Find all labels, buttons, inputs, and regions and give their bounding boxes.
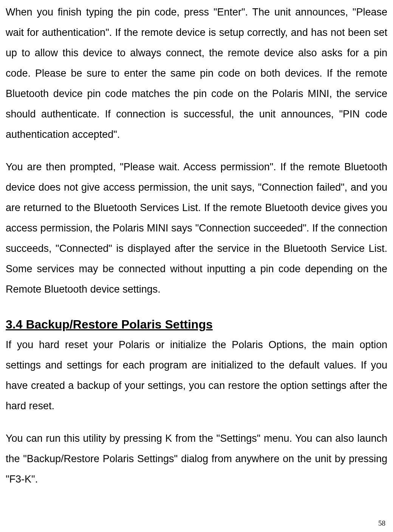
document-content: When you finish typing the pin code, pre… xyxy=(6,0,387,489)
section-heading-backup-restore: 3.4 Backup/Restore Polaris Settings xyxy=(6,318,387,332)
paragraph-pin-code: When you finish typing the pin code, pre… xyxy=(6,2,387,145)
paragraph-access-permission: You are then prompted, "Please wait. Acc… xyxy=(6,157,387,299)
page-number: 58 xyxy=(378,519,385,527)
paragraph-run-utility: You can run this utility by pressing K f… xyxy=(6,428,387,489)
paragraph-hard-reset: If you hard reset your Polaris or initia… xyxy=(6,335,387,416)
